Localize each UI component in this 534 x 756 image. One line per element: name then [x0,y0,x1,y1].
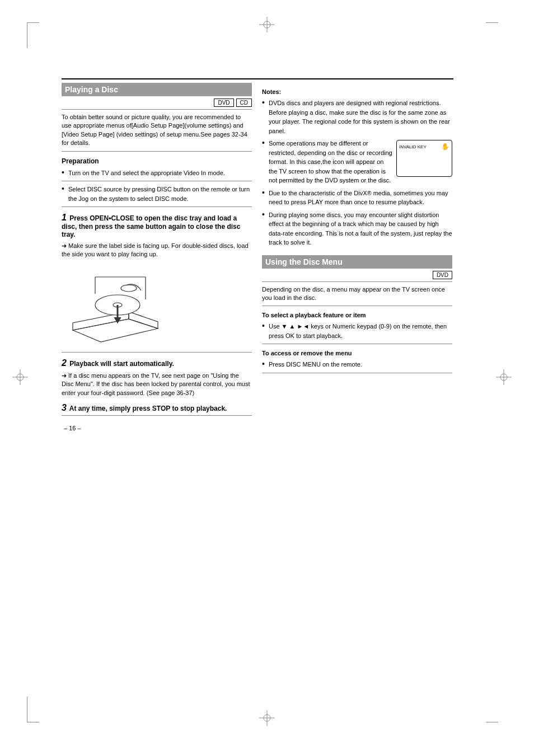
note-item: During playing some discs, you may encou… [262,210,452,247]
preparation-list: Turn on the TV and select the appropriat… [62,168,252,178]
note-item-with-screen: ✋ INVALID KEY Some operations may be dif… [262,139,452,185]
notes-heading: Notes: [262,88,452,95]
rule [62,206,252,207]
access-menu-title: To access or remove the menu [262,350,452,356]
section-header-playing-disc: Playing a Disc [62,83,252,96]
rule [62,415,252,416]
rule [262,306,452,306]
registration-mark-right [496,369,512,387]
intro-paragraph: To obtain better sound or picture qualit… [62,113,252,148]
preparation-heading: Preparation [62,157,252,165]
prep-item: Turn on the TV and select the appropriat… [62,168,252,178]
tv-screen-warning: ✋ INVALID KEY [396,140,452,177]
note-item: Due to the characteristic of the DivX® m… [262,189,452,207]
svg-marker-12 [73,319,158,342]
notes-list: DVDs discs and players are designed with… [262,98,452,247]
hand-icon: ✋ [441,142,449,152]
registration-mark-left [12,369,28,387]
crop-mark-bottom-left [27,697,39,722]
step-2-text: Playback will start automatically. [69,360,174,368]
step-2-body: ➜ If a disc menu appears on the TV, see … [62,372,252,397]
rule [62,181,252,181]
disc-menu-intro: Depending on the disc, a menu may appear… [262,285,452,303]
column-left: Playing a Disc DVD CD To obtain better s… [62,83,252,431]
select-feature-item: Use ▼ ▲ ►◄ keys or Numeric keypad (0-9) … [262,322,452,340]
step-2-body-text: If a disc menu appears on the TV, see ne… [62,372,250,396]
step-3-text: At any time, simply press STOP to stop p… [69,405,227,412]
select-feature-title: To select a playback feature or item [262,312,452,318]
section-header-disc-menu: Using the Disc Menu [262,255,452,269]
tag-dvd-2: DVD [433,271,452,279]
rule [62,352,252,353]
rule [62,109,252,110]
step-1-note: ➜ Make sure the label side is facing up.… [62,242,252,259]
rule [262,373,452,373]
disc-menu-tag-row: DVD [262,271,452,279]
access-menu-item: Press DISC MENU on the remote. [262,360,452,369]
step-2-title: 2 Playback will start automatically. [62,358,252,368]
page-number: – 16 – [64,425,252,431]
disc-tags-row: DVD CD [62,98,252,107]
access-menu-list: Press DISC MENU on the remote. [262,360,452,369]
content-columns: Playing a Disc DVD CD To obtain better s… [62,83,453,431]
registration-mark-top [259,17,275,35]
step-3-title: 3 At any time, simply press STOP to stop… [62,403,252,413]
prep-item: Select DISC source by pressing DISC butt… [62,185,252,203]
rule [262,344,452,344]
step-1-title: 1 Press OPEN•CLOSE to open the disc tray… [62,213,252,238]
svg-point-17 [121,285,137,292]
rule-top [62,78,453,79]
note-item: DVDs discs and players are designed with… [262,98,452,135]
tag-cd: CD [236,98,252,107]
crop-mark-top-right [486,22,498,48]
step-1-text: Press OPEN•CLOSE to open the disc tray a… [62,214,240,238]
step-1-note-text: Make sure the label side is facing up. F… [62,242,249,257]
select-feature-list: Use ▼ ▲ ►◄ keys or Numeric keypad (0-9) … [262,322,452,340]
note-2-text: Some operations may be different or rest… [269,140,392,184]
arrow-keys-text: Use ▼ ▲ ►◄ keys or Numeric keypad (0-9) … [269,323,447,339]
page-content: Playing a Disc DVD CD To obtain better s… [62,78,453,431]
crop-mark-top-left [27,22,39,48]
crop-mark-bottom-right [486,697,498,722]
rule [262,281,452,282]
tag-dvd: DVD [214,98,233,107]
preparation-list-2: Select DISC source by pressing DISC butt… [62,185,252,203]
column-right: Notes: DVDs discs and players are design… [262,83,452,431]
rule [62,151,252,152]
registration-mark-bottom [259,710,275,728]
disc-tray-illustration [62,266,174,344]
